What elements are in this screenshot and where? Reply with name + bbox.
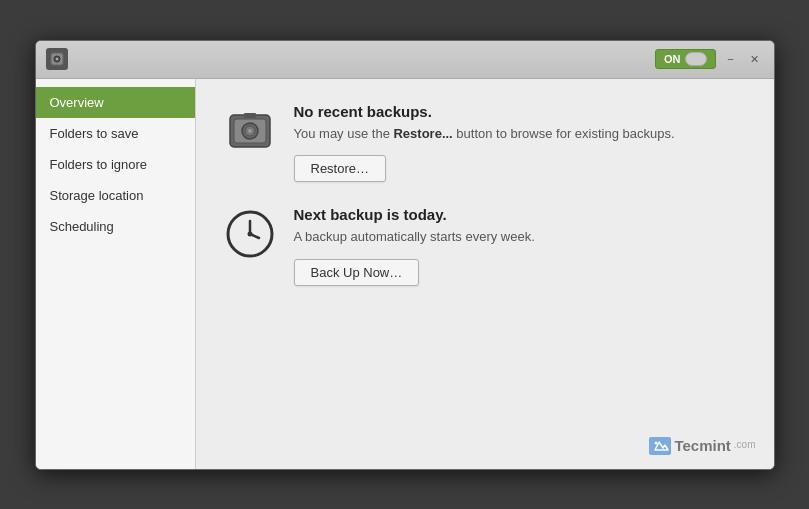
next-backup-content: Next backup is today. A backup automatic… — [294, 206, 535, 286]
main-panel: No recent backups. You may use the Resto… — [196, 79, 774, 469]
toggle-label: ON — [664, 53, 681, 65]
no-backup-content: No recent backups. You may use the Resto… — [294, 103, 675, 183]
next-backup-description: A backup automatically starts every week… — [294, 227, 535, 247]
sidebar-item-label: Overview — [50, 95, 104, 110]
next-backup-heading: Next backup is today. — [294, 206, 535, 223]
no-backup-heading: No recent backups. — [294, 103, 675, 120]
content-area: Overview Folders to save Folders to igno… — [36, 79, 774, 469]
svg-point-15 — [655, 442, 658, 445]
sidebar-item-folders-to-save[interactable]: Folders to save — [36, 118, 195, 149]
no-backup-description: You may use the Restore... button to bro… — [294, 124, 675, 144]
next-backup-section: Next backup is today. A backup automatic… — [224, 206, 746, 286]
titlebar-left — [46, 48, 68, 70]
backup-now-button[interactable]: Back Up Now… — [294, 259, 420, 286]
sidebar-item-label: Scheduling — [50, 219, 114, 234]
sidebar-item-scheduling[interactable]: Scheduling — [36, 211, 195, 242]
watermark-brand: Tecmint — [674, 437, 730, 454]
app-icon — [46, 48, 68, 70]
watermark-com: .com — [734, 439, 756, 450]
svg-point-12 — [247, 232, 252, 237]
toggle-on-indicator[interactable]: ON — [655, 49, 716, 69]
titlebar: ON − ✕ — [36, 41, 774, 79]
watermark-icon — [649, 437, 671, 455]
sidebar: Overview Folders to save Folders to igno… — [36, 79, 196, 469]
restore-button[interactable]: Restore… — [294, 155, 387, 182]
sidebar-item-label: Folders to ignore — [50, 157, 148, 172]
sidebar-item-folders-to-ignore[interactable]: Folders to ignore — [36, 149, 195, 180]
svg-point-7 — [248, 129, 252, 133]
sidebar-item-overview[interactable]: Overview — [36, 87, 195, 118]
main-window: ON − ✕ Overview Folders to save Folders … — [35, 40, 775, 470]
toggle-switch[interactable] — [685, 52, 707, 66]
sidebar-item-storage-location[interactable]: Storage location — [36, 180, 195, 211]
restore-bold: Restore... — [393, 126, 452, 141]
safe-icon — [224, 105, 276, 161]
sidebar-item-label: Storage location — [50, 188, 144, 203]
svg-rect-8 — [244, 113, 256, 118]
watermark: Tecmint .com — [649, 437, 755, 455]
clock-icon — [224, 208, 276, 264]
svg-point-2 — [55, 58, 57, 60]
minimize-button[interactable]: − — [722, 50, 740, 68]
titlebar-controls: ON − ✕ — [655, 49, 764, 69]
sidebar-item-label: Folders to save — [50, 126, 139, 141]
no-backup-section: No recent backups. You may use the Resto… — [224, 103, 746, 183]
close-button[interactable]: ✕ — [746, 50, 764, 68]
